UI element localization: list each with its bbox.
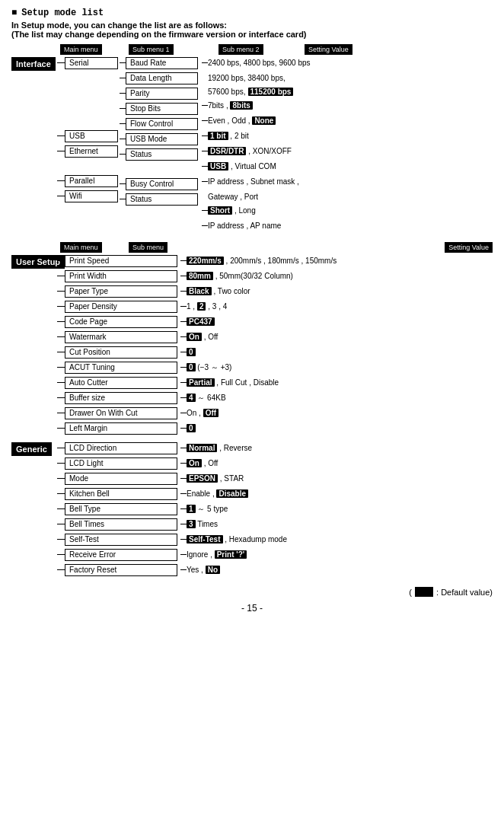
code-page-row: Code Page	[57, 314, 180, 329]
header-setting-value-label: Setting Value	[305, 43, 352, 54]
print-speed-value: 220mm/s , 200mm/s , 180mm/s , 150mm/s	[180, 253, 493, 268]
drawer-on-with-cut-row: Drawer On With Cut	[57, 406, 180, 420]
title-section: ■ Setup mode list In Setup mode, you can…	[11, 8, 493, 39]
paper-type-row: Paper Type	[57, 284, 180, 298]
mode-value: EPSON , STAR	[180, 471, 493, 486]
usb-box: USB	[65, 130, 118, 142]
print-width-value: 80mm , 50mm(30/32 Column)	[180, 269, 493, 283]
usb-mode-box: USB Mode	[126, 133, 198, 145]
bell-times-row: Bell Times	[57, 517, 180, 531]
print-width-row: Print Width	[57, 269, 180, 283]
data-length-value: 7bits , 8bits	[202, 98, 493, 113]
baud-rate-value: 2400 bps, 4800 bps, 9600 bps	[202, 56, 493, 70]
code-page-value: PC437	[180, 314, 493, 329]
bell-type-box: Bell Type	[65, 503, 177, 515]
wifi-status-sub2-row: Status	[120, 192, 202, 206]
paper-type-value: Black , Two color	[180, 284, 493, 298]
print-speed-row: Print Speed	[57, 253, 180, 268]
receive-error-box: Receive Error	[65, 549, 177, 561]
acut-tuning-row: ACUT Tuning	[57, 360, 180, 375]
baud-rate-value3: 57600 bps, 115200 bps	[202, 84, 493, 98]
usb-mode-value: USB , Virtual COM	[202, 159, 493, 174]
default-indicator	[415, 587, 433, 597]
drawer-on-with-cut-box: Drawer On With Cut	[65, 407, 177, 419]
serial-box: Serial	[65, 57, 118, 69]
lcd-light-row: LCD Light	[57, 456, 180, 470]
header-sub-menu-us: Sub menu	[129, 241, 167, 252]
header-setting-value2: Setting Value	[445, 241, 493, 252]
desc1: In Setup mode, you can change the list a…	[11, 21, 493, 30]
factory-reset-row: Factory Reset	[57, 563, 180, 577]
user-setup-header-row: Main menu Sub menu Setting Value	[11, 241, 493, 252]
parity-sub2-row: Parity	[120, 86, 202, 100]
bullet-icon: ■	[11, 8, 17, 18]
generic-label: Generic	[11, 442, 52, 456]
note-text: : Default value)	[436, 588, 493, 597]
wifi-box: Wifi	[65, 190, 118, 202]
watermark-value: On , Off	[180, 330, 493, 344]
flow-control-sub2-row: Flow Control	[120, 116, 202, 131]
usb-sub1-row: USB	[57, 129, 120, 143]
user-setup-section: User Setup Print Speed Print Width Paper…	[11, 253, 493, 436]
left-margin-box: Left Margin	[65, 422, 177, 435]
left-margin-value: 0	[180, 421, 493, 435]
baud-rate-text: 2400 bps, 4800 bps, 9600 bps	[208, 59, 311, 67]
paper-density-row: Paper Density	[57, 299, 180, 314]
ethernet-status-sub2-row: Status	[120, 147, 202, 161]
cut-position-box: Cut Position	[65, 346, 177, 359]
auto-cutter-row: Auto Cutter	[57, 375, 180, 390]
self-test-value: Self-Test , Hexadump mode	[180, 532, 493, 547]
cut-position-row: Cut Position	[57, 345, 180, 359]
wifi-status-value: IP address , AP name	[202, 218, 493, 233]
data-length-box: Data Length	[126, 72, 198, 84]
lcd-direction-box: LCD Direction	[65, 442, 177, 454]
interface-label: Interface	[11, 57, 56, 71]
mode-box: Mode	[65, 473, 177, 485]
busy-control-value: Short , Long	[202, 203, 493, 218]
mode-row: Mode	[57, 471, 180, 486]
baud-rate-box: Baud Rate	[126, 57, 198, 69]
desc2: (The list may change depending on the fi…	[11, 30, 493, 39]
buffer-size-row: Buffer size	[57, 390, 180, 405]
receive-error-row: Receive Error	[57, 547, 180, 562]
lcd-direction-row: LCD Direction	[57, 441, 180, 455]
kitchen-bell-box: Kitchen Bell	[65, 488, 177, 500]
usb-mode-sub2-row: USB Mode	[120, 132, 202, 146]
watermark-box: Watermark	[65, 331, 177, 343]
bell-times-box: Bell Times	[65, 518, 177, 531]
parallel-box: Parallel	[65, 175, 118, 187]
wifi-status-box: Status	[126, 193, 198, 206]
factory-reset-value: Yes , No	[180, 563, 493, 577]
parity-value: Even , Odd , None	[202, 113, 493, 128]
drawer-on-with-cut-value: On , Off	[180, 406, 493, 420]
kitchen-bell-row: Kitchen Bell	[57, 486, 180, 501]
data-length-sub2-row: Data Length	[120, 71, 202, 85]
auto-cutter-box: Auto Cutter	[65, 377, 177, 389]
busy-control-box: Busy Control	[126, 178, 198, 190]
wifi-sub1-row: Wifi	[57, 189, 120, 203]
factory-reset-box: Factory Reset	[65, 564, 177, 576]
heading: Setup mode list	[21, 8, 104, 18]
bell-type-value: 1 ～ 5 type	[180, 502, 493, 516]
parity-box: Parity	[126, 88, 198, 100]
print-speed-box: Print Speed	[65, 255, 177, 267]
lcd-light-value: On , Off	[180, 456, 493, 470]
stop-bits-box: Stop Bits	[126, 103, 198, 115]
header-sub-menu1-label: Sub menu 1	[129, 43, 205, 54]
generic-section: Generic LCD Direction LCD Light Mode Kit	[11, 441, 493, 578]
header-main-menu: Main menu	[60, 43, 115, 54]
page-number: - 15 -	[11, 603, 493, 614]
flow-control-value: DSR/DTR , XON/XOFF	[202, 144, 493, 158]
interface-header-row: Main menu Sub menu 1 Sub menu 2 Setting …	[11, 43, 493, 54]
receive-error-value: Ignore , Print '?'	[180, 547, 493, 562]
ethernet-status-value: IP address , Subnet mask ,	[202, 174, 493, 189]
ethernet-box: Ethernet	[65, 145, 118, 158]
baud-rate-value2: 19200 bps, 38400 bps,	[202, 71, 493, 84]
auto-cutter-value: Partial , Full Cut , Disable	[180, 375, 493, 390]
paper-type-box: Paper Type	[65, 285, 177, 298]
ethernet-status-box: Status	[126, 148, 198, 161]
header-main-menu2: Main menu	[60, 241, 115, 252]
acut-tuning-value: 0 (−3 ～ +3)	[180, 360, 493, 375]
print-width-box: Print Width	[65, 270, 177, 282]
cut-position-value: 0	[180, 345, 493, 359]
